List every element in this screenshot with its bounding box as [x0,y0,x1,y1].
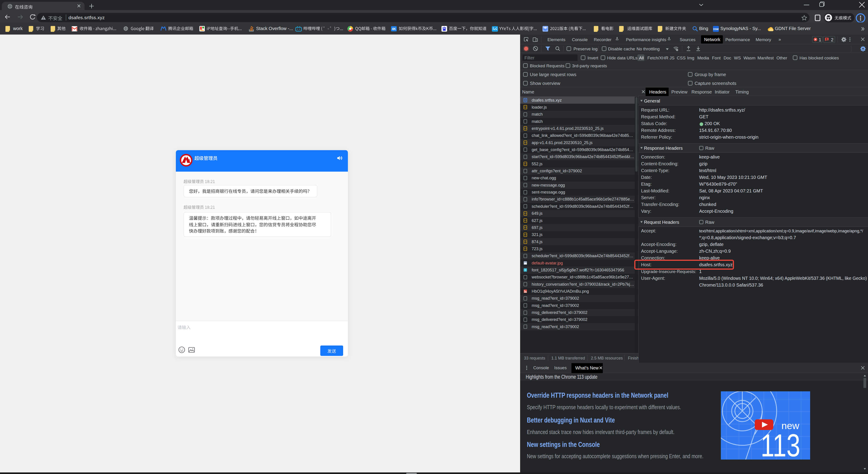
svg-text:4K: 4K [392,27,396,31]
svg-text:T: T [525,269,526,271]
svg-text:113: 113 [761,428,800,460]
svg-text:DSM: DSM [713,28,719,31]
